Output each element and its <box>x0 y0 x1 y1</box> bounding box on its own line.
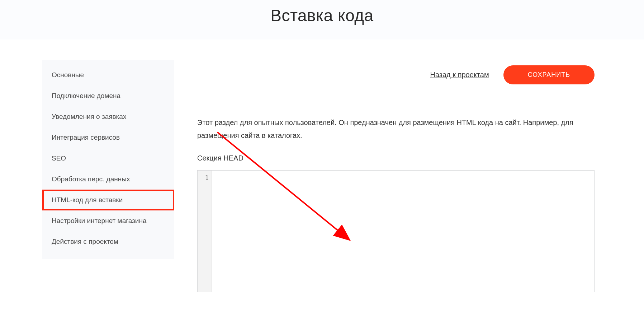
sidebar-item-shop-settings[interactable]: Настройки интернет магазина <box>42 210 174 231</box>
sidebar-item-seo[interactable]: SEO <box>42 148 174 169</box>
sidebar-item-label: Обработка перс. данных <box>52 175 130 183</box>
page-title: Вставка кода <box>270 6 373 25</box>
sidebar-item-label: Настройки интернет магазина <box>52 217 146 224</box>
sidebar-item-label: SEO <box>52 154 66 162</box>
content-area: Основные Подключение домена Уведомления … <box>0 40 644 292</box>
sidebar-item-html-insert[interactable]: HTML-код для вставки <box>42 190 174 210</box>
section-description: Этот раздел для опытных пользователей. О… <box>197 116 595 142</box>
editor-gutter: 1 <box>198 171 212 292</box>
sidebar-item-label: Интеграция сервисов <box>52 134 120 141</box>
header: Вставка кода <box>0 0 644 40</box>
save-button[interactable]: СОХРАНИТЬ <box>503 65 595 84</box>
settings-sidebar: Основные Подключение домена Уведомления … <box>42 60 174 259</box>
head-code-textarea[interactable] <box>212 171 594 292</box>
sidebar-item-notifications[interactable]: Уведомления о заявках <box>42 106 174 127</box>
sidebar-item-label: Подключение домена <box>52 92 120 99</box>
sidebar-item-label: HTML-код для вставки <box>52 196 123 204</box>
sidebar-item-label: Основные <box>52 71 84 79</box>
code-editor-head: 1 <box>197 170 595 292</box>
sidebar-item-main[interactable]: Основные <box>42 65 174 85</box>
line-number: 1 <box>198 174 209 181</box>
sidebar-item-personal-data[interactable]: Обработка перс. данных <box>42 169 174 190</box>
sidebar-item-domain[interactable]: Подключение домена <box>42 85 174 106</box>
sidebar-item-label: Уведомления о заявках <box>52 113 126 120</box>
sidebar-item-label: Действия с проектом <box>52 238 118 245</box>
back-to-projects-link[interactable]: Назад к проектам <box>430 71 489 79</box>
top-actions: Назад к проектам СОХРАНИТЬ <box>197 65 595 84</box>
main-panel: Назад к проектам СОХРАНИТЬ Этот раздел д… <box>174 60 602 292</box>
sidebar-item-integrations[interactable]: Интеграция сервисов <box>42 127 174 148</box>
sidebar-item-project-actions[interactable]: Действия с проектом <box>42 231 174 252</box>
head-section-label: Секция HEAD <box>197 154 595 162</box>
